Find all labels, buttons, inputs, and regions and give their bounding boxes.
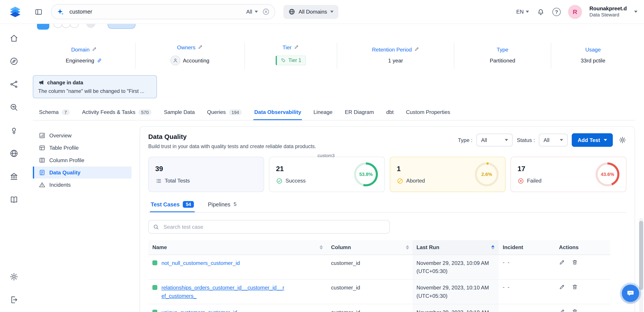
sort-icons[interactable] — [320, 245, 323, 250]
help-icon[interactable]: ? — [552, 8, 561, 16]
search-scope-value: All — [246, 9, 252, 15]
test-case-link[interactable]: not_null_customers_customer_id — [162, 259, 240, 267]
page-title: Data Quality — [148, 133, 316, 141]
nav-home-icon[interactable] — [10, 34, 18, 43]
column-header-last-run[interactable]: Last Run — [412, 240, 499, 255]
nav-glossary-icon[interactable] — [10, 195, 18, 204]
edit-icon[interactable] — [559, 308, 565, 312]
test-case-search-input[interactable] — [162, 223, 385, 230]
search-input[interactable] — [68, 8, 242, 15]
table-row: unique_customers_customer_id customer_id… — [148, 304, 610, 312]
subnav-item-data-quality[interactable]: Data Quality — [33, 167, 131, 178]
success-percentage: 53.8% — [354, 162, 378, 186]
edit-owners-icon[interactable] — [198, 45, 203, 51]
column-header-incident[interactable]: Incident — [499, 240, 555, 255]
sort-icons[interactable] — [406, 245, 409, 250]
tab-count-badge: 570 — [138, 109, 152, 115]
tab-schema[interactable]: Schema7 — [38, 106, 71, 120]
entity-tabs: Schema7 Activity Feeds & Tasks570 Sample… — [33, 106, 635, 120]
user-menu[interactable]: Rounakpreet.d Data Steward — [589, 5, 627, 18]
nav-lineage-icon[interactable] — [10, 80, 18, 89]
domain-value: Engineering — [66, 57, 94, 64]
x-circle-icon — [518, 178, 524, 184]
subnav-item-table-profile[interactable]: Table Profile — [33, 142, 131, 154]
domain-label: Domain — [71, 46, 90, 52]
avatar[interactable]: R — [568, 5, 582, 19]
owners-value[interactable]: Accounting — [183, 57, 210, 64]
test-cases-count-badge: 54 — [183, 201, 194, 208]
ai-sparkle-icon — [56, 8, 64, 16]
test-case-link[interactable]: relationships_orders_customer_id__custom… — [162, 284, 286, 300]
tab-test-cases[interactable]: Test Cases 54 — [150, 199, 195, 212]
sidebar-toggle-icon[interactable] — [34, 8, 43, 16]
user-role: Data Steward — [589, 12, 627, 18]
column-header-column[interactable]: Column — [328, 240, 412, 255]
column-header-name[interactable]: Name — [148, 240, 328, 255]
left-nav-rail — [0, 24, 28, 312]
delete-trash-icon[interactable] — [572, 284, 578, 290]
aborted-tests-card[interactable]: 1 Aborted 2.6% — [390, 157, 506, 192]
tab-data-observability[interactable]: Data Observability — [254, 106, 302, 120]
sort-icons-active[interactable] — [491, 245, 494, 250]
user-menu-chevron-icon[interactable] — [634, 11, 638, 13]
test-case-link[interactable]: unique_customers_customer_id — [162, 308, 237, 312]
tab-activity-feeds[interactable]: Activity Feeds & Tasks570 — [81, 106, 152, 120]
nav-settings-gear-icon[interactable] — [10, 272, 18, 281]
edit-icon[interactable] — [559, 259, 565, 265]
edit-domain-icon[interactable] — [92, 46, 97, 52]
subnav-item-column-profile[interactable]: Column Profile — [33, 154, 131, 166]
tier-badge[interactable]: Tier 1 — [276, 55, 306, 65]
type-filter-select[interactable]: All — [476, 134, 513, 146]
tab-pipelines[interactable]: Pipelines 5 — [207, 199, 237, 212]
support-chat-button[interactable] — [622, 285, 639, 302]
app-logo-icon[interactable] — [8, 5, 22, 19]
tab-lineage[interactable]: Lineage — [313, 106, 333, 120]
tab-dbt[interactable]: dbt — [385, 106, 394, 120]
domains-filter-dropdown[interactable]: All Domains — [284, 5, 338, 19]
link-icon[interactable] — [97, 58, 102, 63]
type-value: Partitioned — [490, 57, 515, 64]
status-filter-select[interactable]: All — [539, 134, 568, 146]
vertical-scrollbar-thumb[interactable] — [639, 221, 643, 290]
search-scope-dropdown[interactable]: All — [246, 9, 258, 15]
tab-queries[interactable]: Queries194 — [206, 106, 243, 120]
subnav-item-incidents[interactable]: Incidents — [33, 179, 131, 191]
subnav-item-overview[interactable]: Overview — [33, 129, 131, 141]
aborted-percentage: 2.6% — [475, 162, 499, 186]
nav-logout-icon[interactable] — [10, 295, 18, 304]
meta-type: Type Partitioned — [454, 43, 551, 69]
notifications-bell-icon[interactable] — [536, 8, 545, 16]
failed-value: 17 — [518, 165, 542, 173]
chevron-down-icon — [604, 139, 607, 141]
quality-settings-gear-icon[interactable] — [618, 136, 626, 144]
clear-search-icon[interactable] — [262, 8, 270, 16]
edit-icon[interactable] — [559, 284, 565, 290]
nav-explore-icon[interactable] — [10, 57, 18, 66]
top-bar: All All Domains EN ? R Rounakpreet.d — [0, 0, 644, 24]
tab-sample-data[interactable]: Sample Data — [163, 106, 196, 120]
total-tests-value: 39 — [155, 165, 190, 173]
nav-domains-icon[interactable] — [10, 149, 18, 158]
tab-er-diagram[interactable]: ER Diagram — [344, 106, 375, 120]
nav-insights-icon[interactable] — [10, 126, 18, 135]
nav-govern-icon[interactable] — [10, 172, 18, 181]
announcement-card[interactable]: change in data The column "name" will be… — [33, 75, 157, 98]
success-tests-card[interactable]: 21 Success 53.8% — [269, 157, 385, 192]
edit-tier-icon[interactable] — [294, 45, 299, 51]
edit-retention-icon[interactable] — [414, 46, 419, 52]
test-case-search[interactable] — [148, 220, 390, 234]
failed-tests-card[interactable]: 17 Failed 43.6% — [510, 157, 626, 192]
meta-domain: Domain Engineering — [33, 43, 136, 69]
total-tests-card[interactable]: 39 Total Tests — [148, 157, 264, 192]
global-search-bar[interactable]: All — [51, 4, 275, 19]
observability-subnav: Overview Table Profile Column Profile Da… — [33, 126, 131, 191]
tab-custom-properties[interactable]: Custom Properties — [405, 106, 451, 120]
tier-value: Tier 1 — [288, 58, 301, 63]
delete-trash-icon[interactable] — [572, 308, 578, 312]
language-selector[interactable]: EN — [516, 9, 529, 15]
nav-observability-icon[interactable] — [10, 103, 18, 112]
add-test-button[interactable]: Add Test — [572, 133, 613, 147]
tag-icon — [281, 58, 286, 63]
aborted-label: Aborted — [406, 178, 425, 184]
delete-trash-icon[interactable] — [572, 259, 578, 265]
